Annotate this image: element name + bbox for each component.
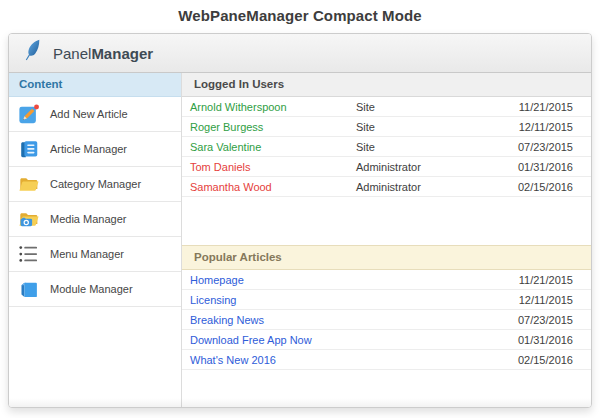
popular-articles-header: Popular Articles <box>182 245 591 270</box>
section-gap <box>182 197 591 245</box>
user-name-link[interactable]: Tom Daniels <box>190 161 356 173</box>
article-date: 12/11/2015 <box>519 294 573 306</box>
table-row: Download Free App Now 01/31/2016 <box>182 330 591 350</box>
logged-in-users-table: Arnold Witherspoon Site 11/21/2015 Roger… <box>182 97 591 197</box>
main-content: Logged In Users Arnold Witherspoon Site … <box>182 73 591 407</box>
article-link[interactable]: Breaking News <box>190 314 518 326</box>
table-row: Roger Burgess Site 12/11/2015 <box>182 117 591 137</box>
logged-in-users-header: Logged In Users <box>182 73 591 97</box>
sidebar: Content Add New Article Article Manager <box>9 73 182 407</box>
table-row: Samantha Wood Administrator 02/15/2016 <box>182 177 591 197</box>
article-manager-icon <box>18 138 40 160</box>
user-name-link[interactable]: Roger Burgess <box>190 121 356 133</box>
article-link[interactable]: What's New 2016 <box>190 354 518 366</box>
article-date: 07/23/2015 <box>518 314 573 326</box>
module-manager-icon <box>18 278 40 300</box>
sidebar-item-menu-manager[interactable]: Menu Manager <box>9 237 181 272</box>
sidebar-item-article-manager[interactable]: Article Manager <box>9 132 181 167</box>
user-type: Site <box>356 121 519 133</box>
sidebar-header-content: Content <box>9 73 181 97</box>
popular-articles-table: Homepage 11/21/2015 Licensing 12/11/2015… <box>182 270 591 370</box>
table-row: Breaking News 07/23/2015 <box>182 310 591 330</box>
panel-header: PanelManager <box>9 34 591 73</box>
feather-logo-icon <box>21 39 43 67</box>
sidebar-item-label: Add New Article <box>50 108 128 120</box>
media-manager-icon <box>18 208 40 230</box>
user-login-date: 01/31/2016 <box>518 161 573 173</box>
sidebar-item-module-manager[interactable]: Module Manager <box>9 272 181 307</box>
sidebar-item-label: Module Manager <box>50 283 133 295</box>
table-row: Arnold Witherspoon Site 11/21/2015 <box>182 97 591 117</box>
article-date: 02/15/2016 <box>518 354 573 366</box>
table-row: Tom Daniels Administrator 01/31/2016 <box>182 157 591 177</box>
table-row: Homepage 11/21/2015 <box>182 270 591 290</box>
user-name-link[interactable]: Sara Valentine <box>190 141 356 153</box>
user-type: Administrator <box>356 161 518 173</box>
brand-name-bold: Manager <box>91 45 153 62</box>
menu-manager-icon <box>18 243 40 265</box>
user-login-date: 02/15/2016 <box>518 181 573 193</box>
page-title: WebPaneManager Compact Mode <box>0 7 600 24</box>
user-type: Site <box>356 101 519 113</box>
user-name-link[interactable]: Arnold Witherspoon <box>190 101 356 113</box>
sidebar-item-label: Category Manager <box>50 178 141 190</box>
article-link[interactable]: Licensing <box>190 294 519 306</box>
article-link[interactable]: Homepage <box>190 274 519 286</box>
sidebar-item-label: Article Manager <box>50 143 127 155</box>
user-name-link[interactable]: Samantha Wood <box>190 181 356 193</box>
article-date: 11/21/2015 <box>519 274 573 286</box>
user-type: Site <box>356 141 518 153</box>
table-row: Sara Valentine Site 07/23/2015 <box>182 137 591 157</box>
article-link[interactable]: Download Free App Now <box>190 334 518 346</box>
panel-manager-window: PanelManager Content Add New Article Art… <box>8 33 592 408</box>
brand-name: PanelManager <box>53 45 153 62</box>
user-login-date: 12/11/2015 <box>519 121 573 133</box>
add-article-icon <box>18 103 40 125</box>
user-login-date: 07/23/2015 <box>518 141 573 153</box>
table-row: Licensing 12/11/2015 <box>182 290 591 310</box>
sidebar-item-label: Menu Manager <box>50 248 124 260</box>
category-manager-icon <box>18 173 40 195</box>
brand-name-light: Panel <box>53 45 91 62</box>
user-type: Administrator <box>356 181 518 193</box>
sidebar-item-add-new-article[interactable]: Add New Article <box>9 97 181 132</box>
article-date: 01/31/2016 <box>518 334 573 346</box>
user-login-date: 11/21/2015 <box>519 101 573 113</box>
table-row: What's New 2016 02/15/2016 <box>182 350 591 370</box>
sidebar-menu: Add New Article Article Manager Category… <box>9 97 181 307</box>
sidebar-item-category-manager[interactable]: Category Manager <box>9 167 181 202</box>
sidebar-item-media-manager[interactable]: Media Manager <box>9 202 181 237</box>
sidebar-item-label: Media Manager <box>50 213 126 225</box>
